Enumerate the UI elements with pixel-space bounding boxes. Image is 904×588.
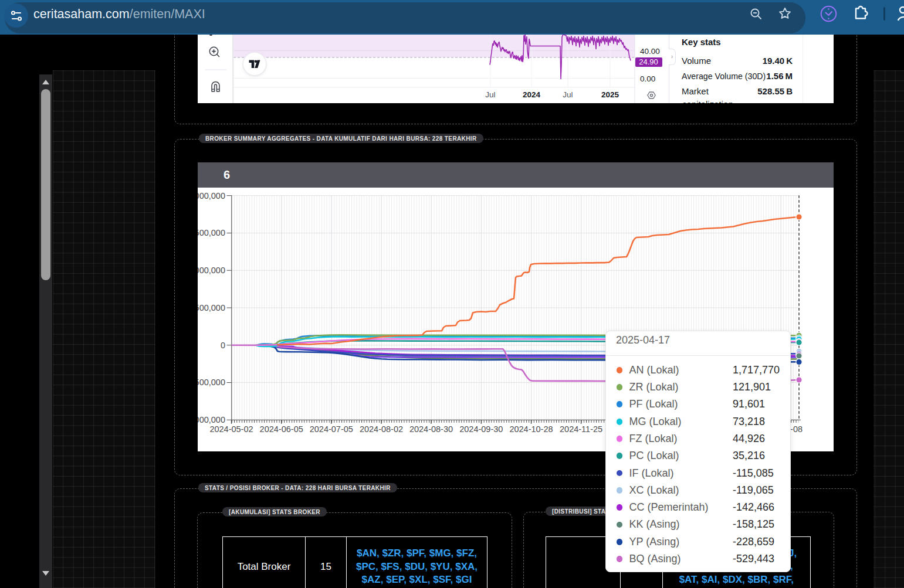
svg-text:1,500,000: 1,500,000	[198, 228, 225, 237]
svg-text:500,000: 500,000	[198, 303, 225, 312]
svg-text:1,000,000: 1,000,000	[198, 266, 225, 275]
svg-text:0: 0	[221, 340, 225, 349]
svg-text:2024-08-30: 2024-08-30	[409, 424, 453, 434]
svg-text:2024-10-28: 2024-10-28	[509, 424, 553, 434]
svg-text:2,000,000: 2,000,000	[198, 191, 225, 200]
svg-text:2024-11-25: 2024-11-25	[560, 424, 602, 434]
svg-text:-500,000: -500,000	[198, 378, 225, 387]
svg-text:2024-07-05: 2024-07-05	[310, 424, 353, 434]
svg-text:2024-05-02: 2024-05-02	[209, 424, 253, 434]
svg-text:2024-06-05: 2024-06-05	[260, 424, 303, 434]
svg-text:2024-08-02: 2024-08-02	[360, 424, 403, 434]
svg-text:2024-09-30: 2024-09-30	[459, 424, 503, 434]
svg-text:-1,000,000: -1,000,000	[198, 415, 225, 424]
